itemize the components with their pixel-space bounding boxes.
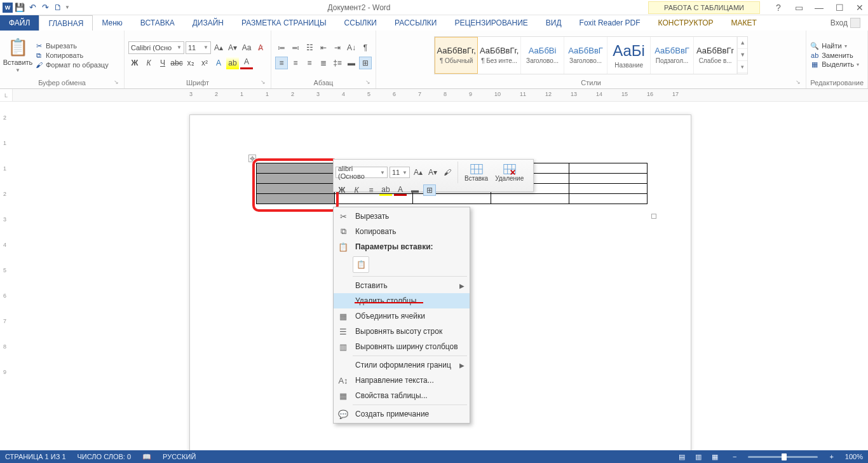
mini-delete-button[interactable]: Удаление	[492, 163, 526, 182]
mini-format-painter[interactable]: 🖌	[441, 167, 454, 178]
close-icon[interactable]: ✕	[854, 3, 865, 13]
shrink-font-button[interactable]: A▾	[226, 41, 239, 54]
style-item[interactable]: АаБбВвГг,¶ Обычный	[435, 37, 478, 74]
cm-new-comment[interactable]: 💬Создать примечание	[334, 406, 470, 422]
table-cell[interactable]	[569, 194, 648, 204]
mini-font-select[interactable]: alibri (Осново▼	[336, 167, 388, 178]
avatar-icon[interactable]	[850, 18, 860, 28]
view-print-icon[interactable]: ▥	[692, 453, 705, 461]
tab-home[interactable]: ГЛАВНАЯ	[39, 15, 93, 31]
ribbon-options-icon[interactable]: ▭	[793, 3, 804, 13]
table-move-handle[interactable]: ✥	[248, 155, 256, 162]
italic-button[interactable]: К	[142, 57, 155, 69]
tab-file[interactable]: ФАЙЛ	[0, 15, 39, 31]
status-page[interactable]: СТРАНИЦА 1 ИЗ 1	[5, 453, 66, 460]
qat-dropdown-icon[interactable]: ▼	[65, 4, 70, 10]
horizontal-ruler[interactable]: 3211234567891011121314151617	[189, 89, 868, 101]
cut-button[interactable]: ✂Вырезать	[34, 42, 109, 50]
paste-option-keep-source[interactable]: 📋	[353, 256, 369, 273]
bullets-button[interactable]: ≔	[275, 41, 288, 54]
tab-design[interactable]: ДИЗАЙН	[184, 15, 233, 31]
tab-page-layout[interactable]: РАЗМЕТКА СТРАНИЦЫ	[233, 15, 336, 31]
borders-button[interactable]: ⊞	[359, 57, 372, 69]
tab-review[interactable]: РЕЦЕНЗИРОВАНИЕ	[445, 15, 536, 31]
highlight-button[interactable]: ab	[226, 57, 239, 69]
undo-icon[interactable]: ↶	[27, 2, 38, 13]
status-words[interactable]: ЧИСЛО СЛОВ: 0	[78, 453, 132, 460]
underline-button[interactable]: Ч	[156, 57, 169, 69]
bold-button[interactable]: Ж	[128, 57, 141, 69]
indent-inc-button[interactable]: ⇥	[331, 41, 344, 54]
change-case-button[interactable]: Aa	[240, 41, 253, 54]
clear-format-button[interactable]: A̷	[254, 41, 267, 54]
mini-shading[interactable]: ▬	[409, 184, 421, 196]
status-proofing-icon[interactable]: 📖	[142, 453, 151, 461]
table-cell[interactable]	[569, 174, 648, 184]
mini-font-color[interactable]: A	[394, 184, 407, 196]
save-icon[interactable]: 💾	[14, 2, 25, 13]
mini-borders[interactable]: ⊞	[423, 184, 436, 196]
tab-view[interactable]: ВИД	[537, 15, 571, 31]
tab-references[interactable]: ССЫЛКИ	[336, 15, 386, 31]
tab-constructor[interactable]: КОНСТРУКТОР	[649, 15, 722, 31]
font-name-select[interactable]: Calibri (Осно▼	[128, 41, 184, 54]
mini-bold[interactable]: Ж	[336, 184, 348, 196]
cm-border-styles[interactable]: Стили оформления границ▶	[334, 357, 470, 373]
replace-button[interactable]: abЗаменить	[810, 52, 859, 59]
show-marks-button[interactable]: ¶	[359, 41, 372, 54]
login-label[interactable]: Вход	[831, 18, 848, 27]
style-item[interactable]: АаБбВвГЗаголово...	[564, 37, 607, 74]
tab-menu[interactable]: Меню	[93, 15, 131, 31]
font-color-button[interactable]: A	[240, 57, 253, 69]
numbering-button[interactable]: ≕	[289, 41, 302, 54]
mini-highlight[interactable]: ab	[379, 184, 392, 196]
format-painter-button[interactable]: 🖌Формат по образцу	[34, 61, 109, 69]
cm-distribute-rows[interactable]: ☰Выровнять высоту строк	[334, 324, 470, 339]
zoom-in-button[interactable]: +	[829, 453, 833, 460]
style-item[interactable]: АаБбВіЗаголово...	[521, 37, 564, 74]
zoom-slider[interactable]	[748, 456, 818, 458]
new-doc-icon[interactable]: 🗋	[52, 2, 64, 13]
font-size-select[interactable]: 11▼	[186, 41, 211, 54]
zoom-thumb[interactable]	[782, 453, 787, 460]
cm-table-properties[interactable]: ▦Свойства таблицы...	[334, 388, 470, 403]
align-center-button[interactable]: ≡	[289, 57, 302, 69]
mini-italic[interactable]: К	[350, 184, 363, 196]
minimize-icon[interactable]: —	[813, 3, 825, 13]
zoom-out-button[interactable]: −	[733, 453, 736, 460]
cm-text-direction[interactable]: A↕Направление текста...	[334, 373, 470, 388]
cm-cut[interactable]: ✂Вырезать	[334, 209, 470, 224]
mini-size-select[interactable]: 11▼	[390, 167, 410, 178]
table-cell[interactable]	[257, 174, 335, 184]
redo-icon[interactable]: ↷	[39, 2, 51, 13]
cm-merge-cells[interactable]: ▦Объединить ячейки	[334, 308, 470, 324]
subscript-button[interactable]: x₂	[184, 57, 197, 69]
sort-button[interactable]: A↓	[345, 41, 358, 54]
table-cell[interactable]	[257, 184, 335, 194]
style-item[interactable]: АаБбВвГг,¶ Без инте...	[478, 37, 521, 74]
style-item[interactable]: АаБіНазвание	[607, 37, 651, 74]
status-language[interactable]: РУССКИЙ	[163, 453, 196, 460]
table-cell[interactable]	[257, 194, 335, 204]
view-web-icon[interactable]: ▦	[709, 453, 721, 461]
select-button[interactable]: ▦Выделить ▾	[810, 60, 859, 69]
copy-button[interactable]: ⧉Копировать	[34, 52, 109, 60]
superscript-button[interactable]: x²	[198, 57, 211, 69]
help-icon[interactable]: ?	[773, 3, 784, 13]
mini-insert-button[interactable]: Вставка	[462, 163, 491, 182]
table-resize-handle[interactable]	[651, 214, 656, 219]
multilevel-button[interactable]: ☷	[303, 41, 316, 54]
table-cell[interactable]	[257, 163, 335, 174]
style-item[interactable]: АаБбВвГПодзагол...	[651, 37, 694, 74]
style-item[interactable]: АаБбВвГгСлабое в...	[694, 37, 737, 74]
text-effects-button[interactable]: A	[212, 57, 225, 69]
strike-button[interactable]: abc	[170, 57, 183, 69]
cm-insert[interactable]: Вставить▶	[334, 278, 470, 293]
styles-gallery[interactable]: АаБбВвГг,¶ ОбычныйАаБбВвГг,¶ Без инте...…	[434, 36, 748, 74]
mini-grow-font[interactable]: A▴	[412, 167, 424, 178]
align-left-button[interactable]: ≡	[275, 57, 288, 69]
view-read-icon[interactable]: ▤	[675, 453, 688, 461]
shading-button[interactable]: ▬	[345, 57, 358, 69]
gallery-scroll[interactable]: ▲▼▾	[737, 37, 747, 74]
find-button[interactable]: 🔍Найти ▾	[810, 42, 859, 50]
